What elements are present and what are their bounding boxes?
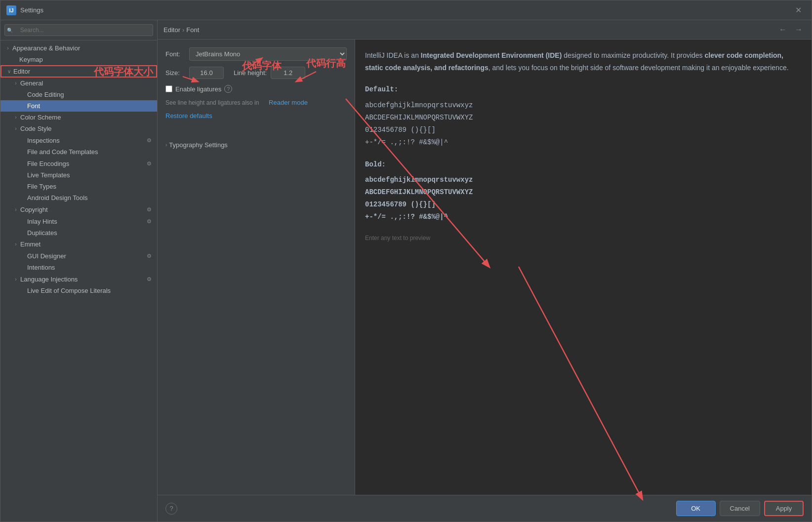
sidebar-item-label: Code Editing (27, 91, 153, 98)
expand-arrow (19, 149, 26, 156)
preview-bold-label: Bold: (365, 159, 802, 170)
breadcrumb: Editor › Font (163, 26, 773, 34)
preview-panel[interactable]: IntelliJ IDEA is an Integrated Developme… (355, 40, 812, 495)
preview-hint: Enter any text to preview (365, 234, 802, 243)
sidebar-item-file-types[interactable]: File Types (0, 181, 157, 192)
sidebar-item-label: Inlay Hints (27, 218, 143, 225)
search-input[interactable] (4, 24, 153, 36)
close-button[interactable]: ✕ (791, 3, 806, 17)
reader-mode-link[interactable]: Reader mode (269, 99, 308, 106)
settings-tree: › Appearance & Behavior Keymap ∨ Editor (0, 40, 157, 522)
sidebar-item-label: Color Scheme (20, 114, 153, 121)
reader-mode-row: See line height and ligatures also in Re… (165, 99, 347, 106)
size-input[interactable] (189, 67, 224, 79)
line-height-label: Line height: (234, 69, 267, 77)
breadcrumb-current: Font (186, 26, 199, 34)
sidebar-item-gui-designer[interactable]: GUI Designer ⚙ (0, 250, 157, 262)
sidebar-item-label: GUI Designer (27, 252, 143, 260)
expand-arrow (19, 218, 26, 225)
expand-arrow (19, 195, 26, 201)
sidebar-item-keymap[interactable]: Keymap (0, 54, 157, 65)
sidebar-item-intentions[interactable]: Intentions (0, 262, 157, 273)
expand-arrow (19, 160, 26, 167)
apply-button[interactable]: Apply (764, 501, 804, 516)
app-icon: IJ (6, 5, 16, 15)
sidebar-item-inspections[interactable]: Inspections ⚙ (0, 134, 157, 146)
typography-arrow-icon: › (165, 142, 167, 148)
sidebar-item-live-templates[interactable]: Live Templates (0, 169, 157, 181)
sidebar-item-copyright[interactable]: › Copyright ⚙ (0, 203, 157, 215)
sidebar-item-label: Duplicates (27, 229, 153, 237)
search-box (0, 20, 157, 40)
sidebar-item-font[interactable]: Font (0, 100, 157, 112)
preview-intro: IntelliJ IDEA is an Integrated Developme… (365, 49, 802, 74)
preview-bold-symbols: +-*/= .,;:!? #&$%@|^ (365, 211, 802, 223)
help-button[interactable]: ? (165, 503, 177, 515)
expand-arrow (19, 137, 26, 144)
sidebar-item-android-design-tools[interactable]: Android Design Tools (0, 192, 157, 203)
font-select[interactable]: JetBrains Mono (189, 47, 347, 61)
config-icon: ⚙ (145, 136, 153, 144)
expand-arrow: › (12, 80, 19, 87)
sidebar-item-general[interactable]: › General (0, 78, 157, 89)
sidebar-item-file-encodings[interactable]: File Encodings ⚙ (0, 158, 157, 169)
sidebar-item-label: File Types (27, 183, 153, 190)
sidebar-item-code-style[interactable]: › Code Style (0, 123, 157, 134)
expand-arrow (19, 172, 26, 179)
title-bar: IJ Settings ✕ (0, 0, 812, 20)
preview-default-upper: ABCDEFGHIJKLMNOPQRSTUVWXYZ (365, 112, 802, 124)
breadcrumb-separator: › (182, 26, 184, 34)
preview-default-section: Default: abcdefghijklmnopqrstuvwxyz ABCD… (365, 84, 802, 149)
ligatures-checkbox[interactable] (165, 85, 172, 92)
sidebar-item-color-scheme[interactable]: › Color Scheme (0, 112, 157, 123)
sidebar-item-label: Language Injections (20, 276, 143, 283)
expand-arrow: › (12, 206, 19, 213)
expand-arrow (19, 103, 26, 110)
expand-arrow (19, 264, 26, 271)
config-icon: ⚙ (145, 205, 153, 213)
font-settings-panel: Font: JetBrains Mono Size: Line height: (158, 40, 355, 495)
sidebar-item-appearance[interactable]: › Appearance & Behavior (0, 42, 157, 54)
font-row: Font: JetBrains Mono (165, 47, 347, 61)
sidebar-item-label: File and Code Templates (27, 148, 153, 156)
sidebar-item-label: Android Design Tools (27, 194, 153, 201)
cancel-button[interactable]: Cancel (720, 501, 760, 516)
sidebar-item-label: General (20, 80, 153, 87)
sidebar-item-live-edit-compose[interactable]: Live Edit of Compose Literals (0, 285, 157, 296)
expand-arrow: › (12, 241, 19, 248)
sidebar-item-label: Font (27, 102, 153, 110)
forward-button[interactable]: → (792, 24, 806, 35)
back-button[interactable]: ← (776, 24, 790, 35)
preview-bold-lower: abcdefghijklmnopqrstuvwxyz (365, 174, 802, 186)
typography-settings-row[interactable]: › Typography Settings (165, 139, 347, 151)
sidebar-item-duplicates[interactable]: Duplicates (0, 227, 157, 239)
line-height-input[interactable] (271, 67, 305, 79)
sidebar-item-code-editing[interactable]: Code Editing (0, 89, 157, 100)
expand-arrow (19, 230, 26, 237)
size-label: Size: (165, 69, 185, 77)
nav-buttons: ← → (776, 24, 806, 35)
expand-arrow: ∨ (5, 68, 12, 75)
breadcrumb-bar: Editor › Font ← → (158, 20, 812, 40)
sidebar-item-language-injections[interactable]: › Language Injections ⚙ (0, 273, 157, 285)
preview-default-lower: abcdefghijklmnopqrstuvwxyz (365, 99, 802, 112)
typography-settings-label: Typography Settings (169, 141, 228, 149)
help-icon[interactable]: ? (224, 85, 232, 93)
sidebar-item-label: Live Templates (27, 171, 153, 179)
sidebar-item-editor[interactable]: ∨ Editor (0, 65, 157, 78)
expand-arrow (11, 56, 18, 63)
restore-defaults-link[interactable]: Restore defaults (165, 112, 212, 120)
sidebar-item-emmet[interactable]: › Emmet (0, 239, 157, 250)
sidebar-item-label: Emmet (20, 241, 153, 248)
expand-arrow: › (12, 114, 19, 121)
right-panel: Editor › Font ← → Font: (158, 20, 812, 522)
ligatures-label: Enable ligatures (175, 85, 221, 93)
sidebar-item-file-code-templates[interactable]: File and Code Templates (0, 146, 157, 158)
ok-button[interactable]: OK (676, 501, 716, 516)
sidebar-item-label: Inspections (27, 137, 143, 144)
sidebar-item-label: Appearance & Behavior (12, 44, 153, 52)
sidebar: › Appearance & Behavior Keymap ∨ Editor (0, 20, 158, 522)
sidebar-item-inlay-hints[interactable]: Inlay Hints ⚙ (0, 215, 157, 227)
sidebar-item-label: Intentions (27, 264, 153, 271)
expand-arrow (19, 183, 26, 190)
